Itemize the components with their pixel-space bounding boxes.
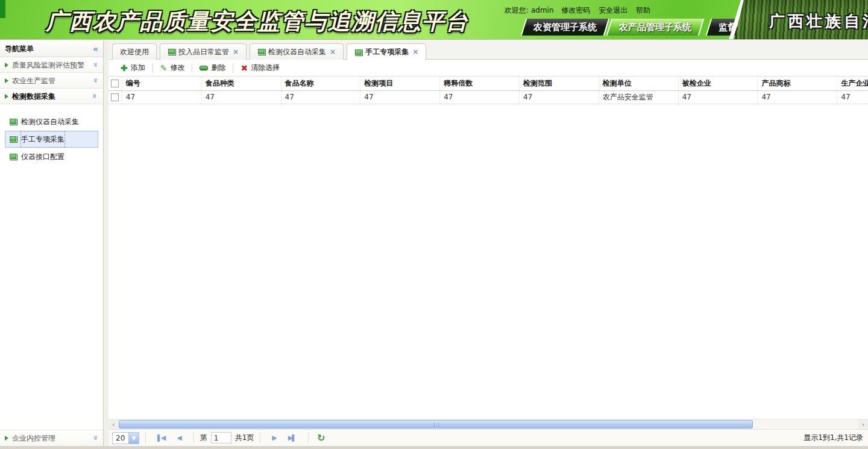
cell: 47 (281, 90, 360, 104)
sidebar-title: 导航菜单 (5, 45, 34, 53)
delete-button[interactable]: 删除 (192, 61, 233, 75)
cell: 47 (837, 90, 868, 104)
close-icon[interactable]: × (233, 45, 239, 60)
folder-icon (9, 153, 17, 160)
delete-icon (200, 66, 208, 71)
pagination-bar: 20 ▼ ◀ ◀ 第 共1页 ▶ ▶ ↻ 显示1到1,共1记录 (108, 429, 868, 446)
close-icon[interactable]: × (330, 45, 336, 60)
add-icon: ✚ (121, 63, 128, 73)
cell: 47 (360, 90, 440, 104)
horizontal-scrollbar[interactable]: ‹ › (108, 419, 868, 429)
change-password-link[interactable]: 修改密码 (561, 6, 590, 14)
grid-toolbar: ✚ 添加 ✎ 修改 删除 ✖ 清除选择 (108, 60, 868, 77)
row-checkbox[interactable] (111, 93, 119, 101)
pencil-icon: ✎ (160, 63, 168, 73)
scroll-left-arrow[interactable]: ‹ (108, 419, 118, 430)
folder-icon (9, 136, 17, 143)
cell: 47 (201, 90, 281, 104)
triangle-icon (5, 436, 8, 441)
close-icon[interactable]: × (412, 45, 418, 60)
chevron-down-icon[interactable]: « (90, 62, 98, 67)
cell: 47 (440, 90, 520, 104)
app-header: 广西农产品质量安全监管与追溯信息平台 欢迎您:admin 修改密码 安全退出 帮… (0, 0, 868, 40)
page-number-input[interactable] (211, 432, 231, 444)
sidebar-section-enterprise-control[interactable]: 企业内控管理 « (0, 430, 103, 446)
column-header[interactable]: 检测单位 (599, 77, 678, 90)
welcome-label: 欢迎您: (505, 6, 529, 14)
tab-manual-collection[interactable]: 手工专项采集 × (347, 43, 426, 60)
cell: 47 (122, 90, 201, 104)
system-tab-agri-products[interactable]: 农产品管理子系统 (606, 19, 705, 36)
scroll-right-arrow[interactable]: › (858, 419, 868, 430)
column-header[interactable]: 被检企业 (678, 77, 758, 90)
column-header[interactable]: 稀释倍数 (440, 77, 520, 90)
region-name: 广西壮族自治区 (769, 11, 868, 32)
application-window: 广西农产品质量安全监管与追溯信息平台 欢迎您:admin 修改密码 安全退出 帮… (0, 0, 868, 449)
folder-icon (9, 118, 17, 125)
navigation-sidebar: 导航菜单 « 质量风险监测评估预警 « 农业生产监管 « 检测数据采集 « 检测… (0, 40, 104, 446)
next-page-button[interactable]: ▶ (272, 432, 277, 444)
triangle-icon (5, 78, 8, 83)
page-label-prefix: 第 (200, 433, 207, 443)
logout-link[interactable]: 安全退出 (599, 6, 627, 14)
sidebar-section-agri-production[interactable]: 农业生产监管 « (0, 73, 103, 89)
sidebar-item-manual-collection[interactable]: 手工专项采集 (5, 131, 98, 148)
sidebar-section-risk-monitoring[interactable]: 质量风险监测评估预警 « (0, 57, 103, 73)
page-size-select[interactable]: 20 ▼ (112, 432, 139, 444)
folder-icon (257, 48, 266, 55)
last-page-button[interactable]: ▶ (288, 432, 297, 444)
total-pages-label: 共1页 (235, 433, 254, 443)
record-summary: 显示1到1,共1记录 (804, 433, 863, 443)
document-tab-bar: 欢迎使用 投入品日常监管 × 检测仪器自动采集 × 手工专项采集 × (108, 40, 868, 60)
clear-selection-button[interactable]: ✖ 清除选择 (233, 61, 287, 75)
sidebar-item-auto-collection[interactable]: 检测仪器自动采集 (5, 113, 98, 130)
column-header[interactable]: 编号 (122, 77, 201, 90)
tab-input-supervision[interactable]: 投入品日常监管 × (160, 43, 247, 60)
chevron-up-icon[interactable]: « (90, 93, 98, 98)
folder-icon (354, 49, 363, 56)
username: admin (531, 6, 554, 14)
cell: 47 (519, 90, 599, 104)
app-title: 广西农产品质量安全监管与追溯信息平台 (46, 7, 469, 37)
select-all-checkbox[interactable] (111, 80, 119, 87)
column-header[interactable]: 生产企业 (837, 77, 868, 90)
grid-header-row: 编号 食品种类 食品名称 检测项目 稀释倍数 检测范围 检测单位 被检企业 产品… (108, 77, 868, 90)
refresh-icon[interactable]: ↻ (317, 432, 325, 444)
sidebar-section-data-collection[interactable]: 检测数据采集 « (0, 89, 103, 104)
folder-icon (168, 48, 176, 55)
window-bottom-strip (0, 446, 868, 449)
dropdown-arrow-icon[interactable]: ▼ (128, 433, 139, 444)
sidebar-item-interface-config[interactable]: 仪器接口配置 (5, 148, 98, 165)
edit-button[interactable]: ✎ 修改 (153, 61, 192, 75)
first-page-button[interactable]: ◀ (157, 432, 166, 444)
column-header[interactable]: 检测范围 (519, 77, 599, 90)
scrollbar-thumb[interactable] (119, 420, 753, 429)
sidebar-section-body: 检测仪器自动采集 手工专项采集 仪器接口配置 (0, 104, 103, 165)
prev-page-button[interactable]: ◀ (177, 432, 181, 444)
table-row[interactable]: 47 47 47 47 47 47 农产品安全监管 47 47 47 2013-… (108, 90, 868, 104)
tab-welcome[interactable]: 欢迎使用 (112, 43, 157, 60)
chevron-down-icon[interactable]: « (90, 435, 98, 440)
welcome-bar: 欢迎您:admin 修改密码 安全退出 帮助 (505, 5, 653, 16)
tab-auto-collection[interactable]: 检测仪器自动采集 × (250, 43, 344, 60)
system-tab-agri-materials[interactable]: 农资管理子系统 (521, 19, 610, 36)
help-link[interactable]: 帮助 (636, 6, 650, 14)
sidebar-collapse-icon[interactable]: « (93, 40, 98, 57)
data-grid: 编号 食品种类 食品名称 检测项目 稀释倍数 检测范围 检测单位 被检企业 产品… (108, 77, 868, 419)
cell: 47 (758, 90, 837, 104)
header-left-notch (0, 0, 5, 18)
chevron-down-icon[interactable]: « (90, 78, 98, 83)
sidebar-splitter[interactable] (104, 40, 108, 446)
triangle-icon (5, 94, 8, 99)
column-header[interactable]: 产品商标 (758, 77, 837, 90)
clear-x-icon: ✖ (241, 63, 248, 73)
column-header[interactable]: 检测项目 (360, 77, 440, 90)
main-panel: 欢迎使用 投入品日常监管 × 检测仪器自动采集 × 手工专项采集 × ✚ 添加 (108, 40, 868, 449)
add-button[interactable]: ✚ 添加 (113, 61, 153, 75)
column-header[interactable]: 食品种类 (201, 77, 281, 90)
cell: 47 (678, 90, 758, 104)
cell: 农产品安全监管 (599, 90, 678, 104)
sidebar-title-bar: 导航菜单 « (0, 40, 103, 57)
wheat-banner-image: 广西壮族自治区 (734, 0, 868, 40)
column-header[interactable]: 食品名称 (281, 77, 360, 90)
